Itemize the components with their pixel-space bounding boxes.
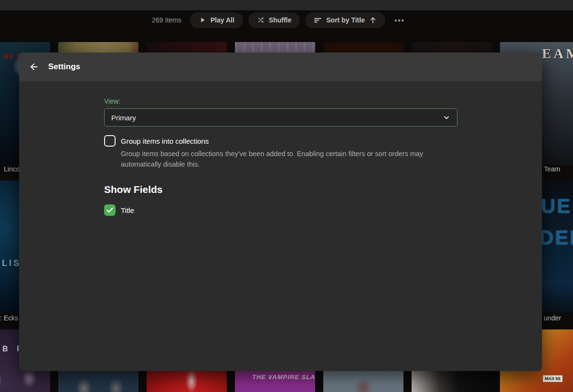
shuffle-icon xyxy=(257,16,265,24)
check-icon xyxy=(106,206,114,214)
title-field-checkbox[interactable] xyxy=(104,204,116,216)
sort-label: Sort by Title xyxy=(326,16,365,24)
poster-art-text: EAM xyxy=(542,46,573,62)
shuffle-button[interactable]: Shuffle xyxy=(248,12,300,28)
group-collections-label[interactable]: Group items into collections xyxy=(121,137,209,145)
group-collections-checkbox[interactable] xyxy=(104,135,116,147)
sort-icon xyxy=(314,16,322,24)
chevron-down-icon xyxy=(443,114,450,121)
play-all-label: Play All xyxy=(211,16,234,24)
back-button[interactable] xyxy=(27,60,41,74)
window-titlebar xyxy=(0,0,573,11)
items-count: 269 Items xyxy=(152,16,181,24)
poster-art-text: THE VAMPIRE SLAYER xyxy=(252,373,315,381)
group-collections-description: Group items based on collections they've… xyxy=(121,148,451,170)
poster-caption: under xyxy=(544,314,561,322)
play-all-button[interactable]: Play All xyxy=(190,12,243,28)
view-select[interactable]: Primary xyxy=(104,108,457,127)
poster-art-text: UE xyxy=(541,195,572,218)
back-arrow-icon xyxy=(29,62,39,72)
title-field-label[interactable]: Title xyxy=(121,206,134,214)
arrow-up-icon xyxy=(369,16,377,24)
more-button[interactable]: ••• xyxy=(394,16,405,24)
poster-art-text: DER xyxy=(539,226,573,249)
settings-dialog: Settings View: Primary Group items into … xyxy=(19,53,542,371)
show-fields-heading: Show Fields xyxy=(104,184,457,195)
settings-title: Settings xyxy=(48,62,80,72)
shuffle-label: Shuffle xyxy=(269,16,291,24)
poster-caption: : Ecks xyxy=(0,314,18,322)
play-icon xyxy=(199,16,206,24)
view-select-value: Primary xyxy=(111,114,136,122)
settings-form: View: Primary Group items into collectio… xyxy=(104,97,457,216)
group-collections-row: Group items into collections xyxy=(104,135,457,147)
poster-art-text: LLIS xyxy=(0,258,21,268)
library-toolbar: 269 Items Play All Shuffle Sort by Title… xyxy=(0,11,573,29)
settings-header: Settings xyxy=(19,53,542,81)
title-field-row: Title xyxy=(104,204,457,216)
poster-art-text: MAX 55 xyxy=(543,375,562,382)
poster-caption: Team xyxy=(544,165,560,173)
sort-button[interactable]: Sort by Title xyxy=(305,12,385,28)
view-label: View: xyxy=(104,97,457,105)
